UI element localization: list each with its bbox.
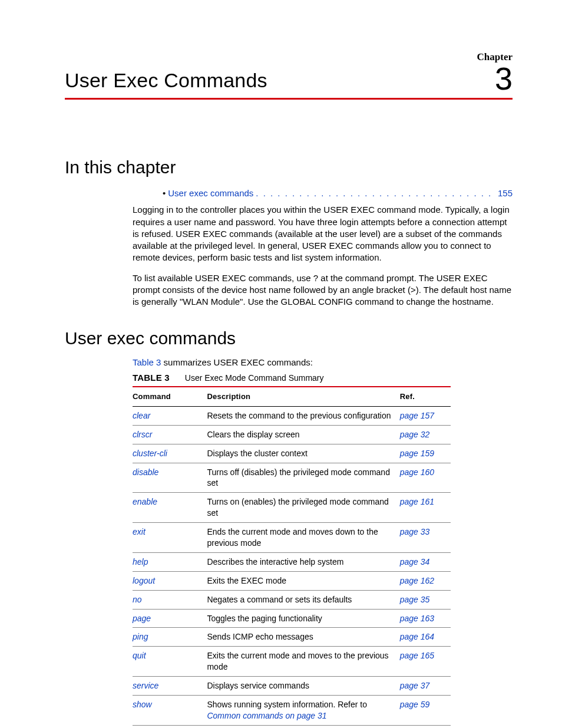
command-description: Shows running system information. Refer …	[207, 700, 367, 709]
page-ref-link[interactable]: page 34	[400, 557, 430, 566]
command-description: Turns on (enables) the privileged mode c…	[207, 497, 388, 518]
page-ref-link[interactable]: page 33	[400, 527, 430, 536]
table-row: enableTurns on (enables) the privileged …	[133, 493, 451, 523]
page: User Exec Commands Chapter 3 In this cha…	[0, 0, 562, 728]
toc-link-user-exec[interactable]: User exec commands	[168, 187, 253, 199]
table-row: serviceDisplays service commandspage 37	[133, 677, 451, 696]
inline-cross-ref[interactable]: Common commands on page 31	[207, 711, 326, 720]
table-header-row: Command Description Ref.	[133, 387, 451, 406]
command-link[interactable]: clrscr	[133, 430, 152, 439]
th-command: Command	[133, 387, 207, 406]
table-intro: Table 3 summarizes USER EXEC commands:	[133, 357, 513, 368]
command-summary-table: Command Description Ref. clearResets the…	[133, 386, 451, 728]
table-row: disableTurns off (disables) the privileg…	[133, 463, 451, 493]
table-row: showShows running system information. Re…	[133, 696, 451, 726]
page-ref-link[interactable]: page 37	[400, 681, 430, 690]
toc-entry: • User exec commands . . . . . . . . . .…	[163, 187, 513, 199]
table-row: pingSends ICMP echo messagespage 164	[133, 628, 451, 647]
command-link[interactable]: disable	[133, 467, 158, 477]
command-description: Turns off (disables) the privileged mode…	[207, 467, 389, 488]
command-description: Exits the EXEC mode	[207, 576, 286, 585]
command-description: Resets the command to the previous confi…	[207, 411, 391, 420]
command-description: Displays service commands	[207, 681, 309, 690]
page-ref-link[interactable]: page 59	[400, 700, 430, 709]
table-row: telnetOpens a telnet sessionpage 166	[133, 725, 451, 728]
command-link[interactable]: show	[133, 700, 152, 709]
page-ref-link[interactable]: page 165	[400, 651, 434, 660]
chapter-header: User Exec Commands Chapter 3	[65, 52, 513, 100]
chapter-title: User Exec Commands	[65, 67, 267, 94]
page-ref-link[interactable]: page 160	[400, 467, 434, 477]
page-ref-link[interactable]: page 159	[400, 449, 434, 458]
paragraph-intro-1: Logging in to the controller places you …	[133, 204, 513, 263]
command-description: Describes the interactive help system	[207, 557, 343, 566]
th-ref: Ref.	[400, 387, 451, 406]
command-link[interactable]: page	[133, 614, 151, 623]
section-in-this-chapter: In this chapter	[65, 156, 513, 180]
toc-page-number[interactable]: 155	[498, 187, 513, 199]
table-caption: User Exec Mode Command Summary	[185, 373, 324, 384]
table-label: TABLE 3	[133, 372, 170, 384]
page-ref-link[interactable]: page 164	[400, 632, 434, 641]
paragraph-intro-2: To list available USER EXEC commands, us…	[133, 272, 513, 308]
command-link[interactable]: help	[133, 557, 148, 566]
command-description: Exits the current mode and moves to the …	[207, 651, 388, 671]
section-user-exec-commands: User exec commands	[65, 327, 513, 351]
table-row: exitEnds the current mode and moves down…	[133, 523, 451, 553]
bullet-icon: •	[163, 187, 166, 199]
command-link[interactable]: logout	[133, 576, 155, 585]
toc-leader-dots: . . . . . . . . . . . . . . . . . . . . …	[256, 187, 493, 199]
page-ref-link[interactable]: page 161	[400, 497, 434, 506]
table-intro-text: summarizes USER EXEC commands:	[161, 357, 313, 367]
command-link[interactable]: clear	[133, 411, 150, 420]
table-row: clrscrClears the display screenpage 32	[133, 425, 451, 444]
intro-paragraphs: Logging in to the controller places you …	[133, 204, 513, 308]
table-row: pageToggles the paging functionalitypage…	[133, 609, 451, 628]
command-link[interactable]: no	[133, 595, 142, 604]
page-ref-link[interactable]: page 32	[400, 430, 430, 439]
command-link[interactable]: enable	[133, 497, 157, 506]
table-row: logoutExits the EXEC modepage 162	[133, 571, 451, 590]
table-row: quitExits the current mode and moves to …	[133, 647, 451, 677]
table-block: Table 3 summarizes USER EXEC commands: T…	[133, 357, 513, 728]
command-description: Negates a command or sets its defaults	[207, 595, 352, 604]
chapter-number-block: Chapter 3	[477, 52, 513, 94]
page-ref-link[interactable]: page 163	[400, 614, 434, 623]
command-link[interactable]: exit	[133, 527, 146, 536]
command-link[interactable]: ping	[133, 632, 148, 641]
command-description: Displays the cluster context	[207, 449, 307, 458]
command-link[interactable]: quit	[133, 651, 146, 660]
table-row: clearResets the command to the previous …	[133, 406, 451, 425]
table-intro-link[interactable]: Table 3	[133, 357, 161, 367]
command-description: Clears the display screen	[207, 430, 299, 439]
command-link[interactable]: cluster-cli	[133, 449, 167, 458]
command-description: Sends ICMP echo messages	[207, 632, 313, 641]
table-caption-row: TABLE 3 User Exec Mode Command Summary	[133, 372, 513, 384]
table-row: noNegates a command or sets its defaults…	[133, 590, 451, 609]
page-ref-link[interactable]: page 157	[400, 411, 434, 420]
page-ref-link[interactable]: page 162	[400, 576, 434, 585]
command-link[interactable]: service	[133, 681, 158, 690]
chapter-number: 3	[477, 64, 513, 93]
table-row: cluster-cliDisplays the cluster contextp…	[133, 444, 451, 463]
th-description: Description	[207, 387, 399, 406]
page-ref-link[interactable]: page 35	[400, 595, 430, 604]
command-description: Toggles the paging functionality	[207, 614, 322, 623]
table-row: helpDescribes the interactive help syste…	[133, 552, 451, 571]
command-description: Ends the current mode and moves down to …	[207, 527, 378, 548]
